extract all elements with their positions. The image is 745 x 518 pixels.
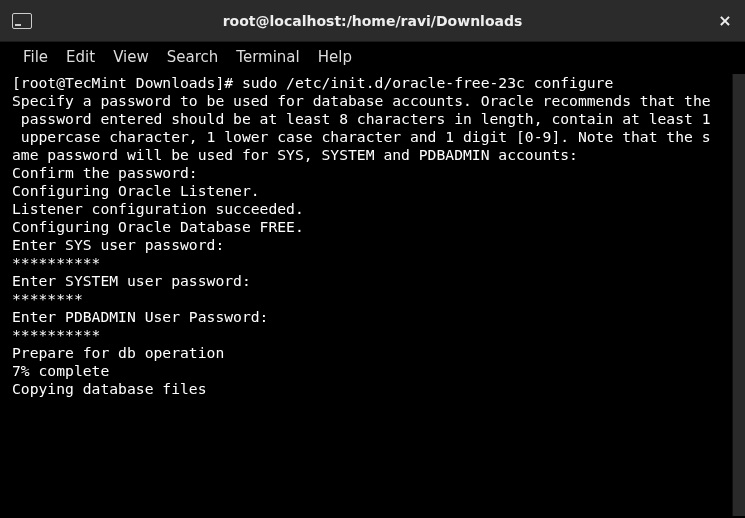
menu-search[interactable]: Search (158, 44, 228, 70)
scrollbar[interactable] (732, 74, 745, 516)
window-title: root@localhost:/home/ravi/Downloads (223, 13, 523, 29)
terminal-body[interactable]: [root@TecMint Downloads]# sudo /etc/init… (0, 72, 745, 518)
titlebar-left (12, 13, 32, 29)
menubar: File Edit View Search Terminal Help (0, 42, 745, 72)
terminal-output: [root@TecMint Downloads]# sudo /etc/init… (12, 74, 732, 516)
menu-help[interactable]: Help (309, 44, 361, 70)
close-button[interactable]: × (715, 11, 735, 31)
menu-edit[interactable]: Edit (57, 44, 104, 70)
titlebar: root@localhost:/home/ravi/Downloads × (0, 0, 745, 42)
terminal-icon[interactable] (12, 13, 32, 29)
menu-terminal[interactable]: Terminal (227, 44, 308, 70)
menu-view[interactable]: View (104, 44, 158, 70)
menu-file[interactable]: File (14, 44, 57, 70)
